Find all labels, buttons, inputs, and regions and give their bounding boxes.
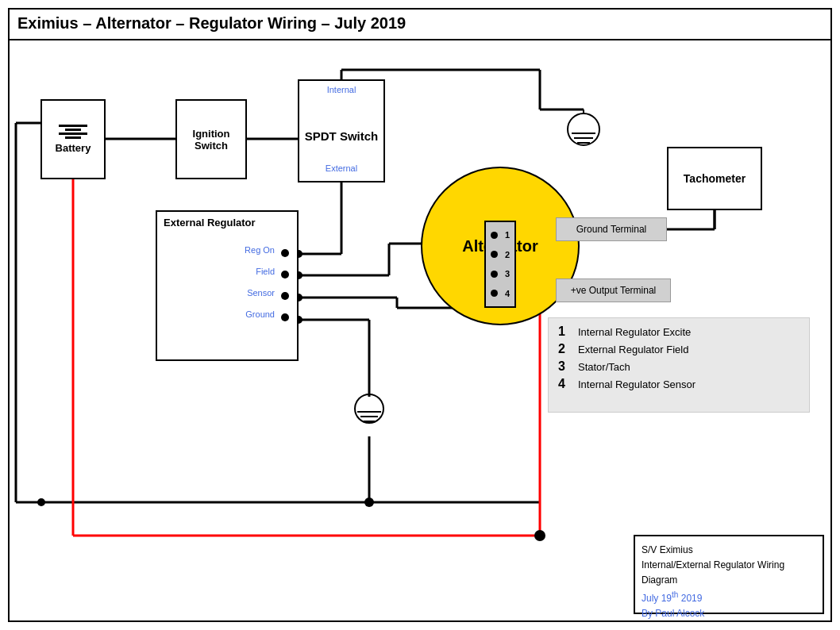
pos-output-label: +ve Output Terminal [571,285,657,296]
info-line1: S/V Eximius [642,543,816,558]
svg-point-43 [355,394,383,423]
ground-symbol-top-right [556,109,611,165]
pin-4-row: 4 [487,289,513,298]
pos-output-box: +ve Output Terminal [556,279,671,302]
legend-row-3: 3 Stator/Tach [558,359,800,374]
pin-1-label: 1 [505,230,510,240]
sensor-dot [281,292,289,300]
pin-3-dot [491,271,498,278]
ground-terminal-label: Ground Terminal [576,224,647,235]
pin-2-row: 2 [487,250,513,259]
spdt-external-label: External [326,163,357,173]
legend-num-2: 2 [558,342,578,356]
pin-1-dot [491,232,498,239]
legend-text-2: External Regulator Field [578,344,688,355]
info-box: S/V Eximius Internal/External Regulator … [634,535,824,614]
legend-text-3: Stator/Tach [578,361,630,373]
ground-dot [281,313,289,321]
svg-point-37 [37,498,45,506]
info-line2: Internal/External Regulator Wiring Diagr… [642,558,816,588]
ext-reg-title: External Regulator [164,217,256,229]
ground-terminal-box: Ground Terminal [556,217,667,241]
ground-label: Ground [245,309,275,319]
info-line3: July 19th 2019 [642,589,816,606]
pin-4-dot [491,290,498,297]
svg-point-38 [568,113,599,145]
svg-point-25 [534,530,545,541]
ground-symbol-bottom-center [341,393,397,432]
field-dot [281,271,289,279]
spdt-main-label: SPDT Switch [305,129,379,143]
info-line4: By Paul Alcock [642,606,816,621]
legend-row-4: 4 Internal Regulator Sensor [558,377,800,391]
tachometer-label: Tachometer [684,172,746,185]
pin-3-label: 3 [505,269,510,279]
legend-row-2: 2 External Regulator Field [558,342,800,356]
legend-num-3: 3 [558,359,578,374]
battery-label: Battery [56,142,91,154]
legend-text-1: Internal Regulator Excite [578,326,691,338]
sensor-label: Sensor [247,288,275,298]
connector-box: 1 2 3 4 [484,221,516,308]
pin-2-label: 2 [505,250,510,259]
legend-row-1: 1 Internal Regulator Excite [558,325,800,339]
svg-point-27 [364,497,374,507]
external-regulator-component: External Regulator Reg On Field Sensor G… [156,210,299,361]
reg-on-label: Reg On [245,245,275,255]
legend-box: 1 Internal Regulator Excite 2 External R… [548,317,810,413]
pin-2-dot [491,251,498,258]
battery-symbol [59,125,87,139]
pin-1-row: 1 [487,230,513,240]
battery-line-3 [59,133,87,135]
field-label: Field [256,267,275,276]
tachometer-component: Tachometer [667,147,762,210]
ignition-switch-component: Ignition Switch [175,99,247,179]
pin-3-row: 3 [487,269,513,279]
reg-on-dot [281,249,289,257]
legend-text-4: Internal Regulator Sensor [578,378,696,390]
legend-num-1: 1 [558,325,578,339]
ignition-label: Ignition Switch [177,128,245,152]
legend-num-4: 4 [558,377,578,391]
spdt-internal-label: Internal [327,85,356,94]
battery-line-1 [59,125,87,127]
spdt-component: Internal SPDT Switch External [298,79,385,182]
battery-component: Battery [40,99,106,179]
info-date-text: July 19th 2019 [642,593,702,604]
battery-line-2 [65,129,81,131]
pin-4-label: 4 [505,289,510,298]
battery-line-4 [65,136,81,139]
